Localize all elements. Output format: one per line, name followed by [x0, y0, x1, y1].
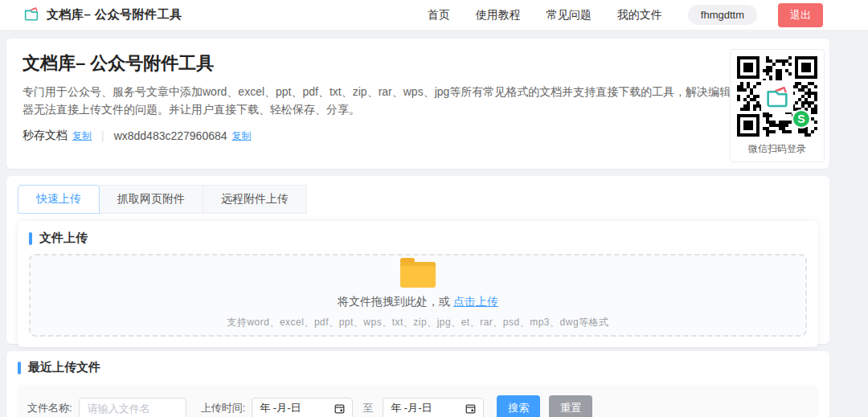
nav-faq[interactable]: 常见问题	[547, 8, 592, 22]
qr-caption: 微信扫码登录	[737, 142, 817, 156]
tab-quick-upload[interactable]: 快速上传	[18, 185, 100, 214]
header: 文档库– 公众号附件工具 首页 使用教程 常见问题 我的文件 fhmgdttm …	[0, 0, 868, 31]
recent-section-title: 最近上传文件	[18, 360, 818, 375]
file-upload-panel: 文件上传 将文件拖拽到此处，或点击上传 支持word、excel、pdf、ppt…	[18, 221, 818, 347]
main-content: 文档库– 公众号附件工具 专门用于公众号、服务号文章中添加word、excel、…	[6, 39, 829, 417]
qr-login-panel: S 微信扫码登录	[730, 49, 825, 162]
page-description: 专门用于公众号、服务号文章中添加word、excel、ppt、pdf、txt、z…	[23, 84, 734, 118]
date-range-to-label: 至	[362, 401, 373, 415]
brand-title: 文档库– 公众号附件工具	[47, 7, 182, 22]
upload-time-label: 上传时间:	[201, 401, 246, 415]
calendar-icon	[465, 403, 476, 414]
tab-remote-attachment-upload[interactable]: 远程附件上传	[203, 185, 307, 214]
calendar-icon	[334, 403, 345, 414]
section-accent-bar	[29, 232, 32, 245]
click-upload-link[interactable]: 点击上传	[453, 295, 498, 308]
upload-card: 快速上传 抓取网页附件 远程附件上传 文件上传 将文件拖拽到此处，或点击上传 支…	[6, 176, 829, 344]
file-name-label: 文件名称:	[27, 401, 72, 415]
brand[interactable]: 文档库– 公众号附件工具	[23, 5, 182, 26]
divider: |	[101, 129, 104, 142]
copy-wechat-id-link[interactable]: 复制	[232, 129, 252, 143]
folder-icon	[400, 262, 436, 288]
wechat-icon: S	[792, 109, 811, 129]
file-name-input[interactable]	[79, 398, 186, 417]
nav-home[interactable]: 首页	[428, 8, 450, 22]
wechat-id: wx8dd483c227960684	[114, 129, 227, 142]
intro-card: 文档库– 公众号附件工具 专门用于公众号、服务号文章中添加word、excel、…	[6, 39, 829, 169]
section-accent-bar	[18, 362, 21, 374]
folder-logo-icon	[23, 5, 40, 26]
drop-hint: 将文件拖拽到此处，或点击上传	[338, 295, 498, 309]
username-pill[interactable]: fhmgdttm	[688, 5, 757, 25]
file-dropzone[interactable]: 将文件拖拽到此处，或点击上传 支持word、excel、pdf、ppt、wps、…	[29, 254, 807, 337]
filter-toolbar: 文件名称: 上传时间: 年 -月-日 至 年 -月-日 搜	[18, 385, 818, 417]
logout-button[interactable]: 退出	[778, 3, 823, 27]
qr-code[interactable]: S	[737, 56, 817, 137]
supported-formats: 支持word、excel、pdf、ppt、wps、txt、zip、jpg、et、…	[227, 316, 608, 329]
main-nav: 首页 使用教程 常见问题 我的文件 fhmgdttm 退出	[428, 3, 823, 27]
tab-grab-web-attachment[interactable]: 抓取网页附件	[99, 185, 203, 214]
nav-my-files[interactable]: 我的文件	[617, 8, 662, 22]
reset-button[interactable]: 重置	[549, 395, 592, 417]
date-to-input[interactable]: 年 -月-日	[383, 398, 484, 417]
date-from-input[interactable]: 年 -月-日	[252, 398, 353, 417]
search-button[interactable]: 搜索	[497, 395, 540, 417]
qr-center-logo-icon	[761, 80, 793, 112]
quick-save-row: 秒存文档 复制 | wx8dd483c227960684 复制	[23, 129, 813, 143]
quick-save-label: 秒存文档	[23, 129, 68, 143]
copy-quick-save-link[interactable]: 复制	[72, 129, 92, 143]
upload-section-title: 文件上传	[29, 231, 807, 246]
nav-tutorial[interactable]: 使用教程	[476, 8, 521, 22]
upload-tabs: 快速上传 抓取网页附件 远程附件上传	[18, 185, 818, 214]
page-title: 文档库– 公众号附件工具	[23, 51, 813, 76]
recent-files-card: 最近上传文件 文件名称: 上传时间: 年 -月-日 至 年 -月-日	[6, 351, 829, 417]
